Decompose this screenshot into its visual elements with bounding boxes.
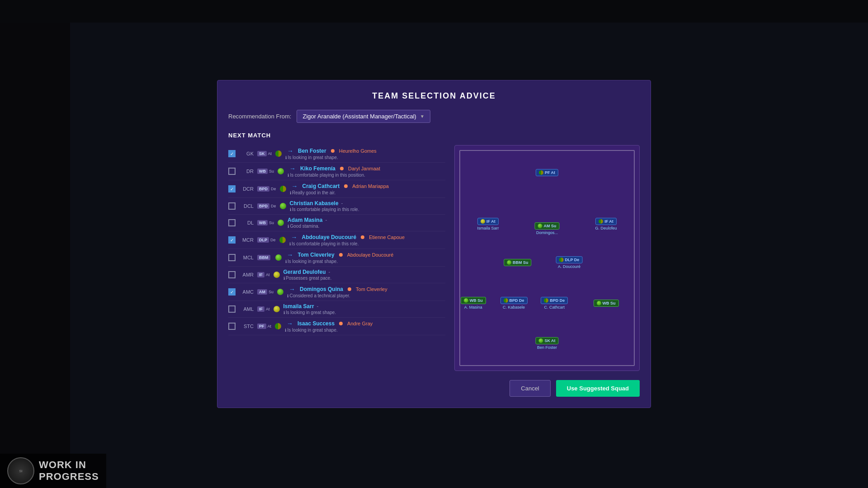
token-name-dlp-de: A. Doucouré (558, 264, 580, 269)
modal-title: TEAM SELECTION ADVICE (228, 91, 640, 101)
token-bbm-su[interactable]: BBM Su (504, 259, 532, 266)
player-info-mcl: →Tom CleverleyAbdoulaye DoucouréIs looki… (285, 251, 394, 264)
player-info-amr: Gerard Deulofeu-Possesses great pace. (283, 269, 332, 281)
player-main-name-amr[interactable]: Gerard Deulofeu (283, 269, 326, 275)
checkbox-dl[interactable] (228, 219, 236, 226)
token-dlp-de[interactable]: DLP DeA. Doucouré (556, 256, 583, 269)
player-row-mcr: MCRDLPDe→Abdoulaye DoucouréEtienne Capou… (228, 231, 445, 249)
checkbox-mcl[interactable] (228, 254, 236, 261)
recommendation-label: Recommendation From: (228, 113, 291, 120)
token-wb-left[interactable]: WB SuA. Masina (461, 297, 486, 310)
checkbox-stc[interactable] (228, 323, 236, 330)
token-name-if-right: G. Deulofeu (595, 226, 617, 230)
player-swap-name-amc[interactable]: Tom Cleverley (356, 286, 387, 292)
token-am-su[interactable]: AM SuDomingos... (535, 222, 560, 235)
checkbox-aml[interactable] (228, 305, 236, 313)
player-desc-amc: Considered a technical player. (287, 293, 387, 298)
swap-dot-dcr (344, 184, 348, 188)
token-role-bpd-right: BPD De (550, 298, 565, 303)
player-desc-dl: Good stamina. (288, 224, 327, 229)
token-name-bpd-left: C. Kabasele (503, 305, 525, 310)
token-dot-pf-at (539, 170, 543, 175)
position-label-aml: AML (239, 306, 254, 312)
token-role-wb-right: WB Su (603, 301, 616, 305)
token-bpd-left[interactable]: BPD DeC. Kabasele (500, 297, 528, 310)
token-if-left[interactable]: IF AtIsmaila Sarr (477, 218, 499, 230)
checkbox-dr[interactable] (228, 168, 236, 175)
player-main-name-gk[interactable]: Ben Foster (298, 148, 326, 154)
token-name-am-su: Domingos... (536, 230, 558, 235)
swap-dot-amc (348, 287, 351, 291)
player-swap-name-gk[interactable]: Heurelho Gomes (339, 148, 377, 154)
token-role-dlp-de: DLP De (565, 258, 580, 262)
role-badge-dcl: BPDDe (257, 203, 276, 209)
checkbox-dcl[interactable] (228, 202, 236, 210)
player-desc-dcr: Really good in the air. (290, 190, 389, 195)
role-badge-aml: IFAt (257, 306, 270, 312)
cancel-button[interactable]: Cancel (509, 380, 550, 397)
position-label-dcl: DCL (239, 203, 254, 209)
player-dot-aml (274, 306, 280, 312)
position-label-dl: DL (239, 220, 254, 225)
swap-dot-stc (339, 322, 343, 325)
checkbox-amr[interactable] (228, 271, 236, 278)
arrow-icon-mcr: → (291, 234, 297, 241)
content-area: GKSKAt→Ben FosterHeurelho GomesIs lookin… (228, 145, 640, 371)
role-badge-amr: IFAt (257, 272, 270, 277)
player-row-dcl: DCLBPDDeChristian Kabasele-Is comfortabl… (228, 198, 445, 215)
player-main-name-mcl[interactable]: Tom Cleverley (298, 252, 335, 258)
player-dot-amc (277, 289, 283, 295)
token-dot-if-left (481, 219, 485, 224)
checkbox-mcr[interactable] (228, 236, 236, 244)
tokens-container: PF AtIF AtIsmaila SarrAM SuDomingos...IF… (455, 145, 639, 371)
player-row-mcl: MCLBBM→Tom CleverleyAbdoulaye DoucouréIs… (228, 249, 445, 267)
player-main-name-mcr[interactable]: Abdoulaye Doucouré (302, 234, 357, 240)
player-main-name-aml[interactable]: Ismaila Sarr (283, 303, 314, 310)
swap-dot-dr (340, 167, 344, 170)
token-role-bbm-su: BBM Su (513, 260, 528, 265)
token-wb-right[interactable]: WB Su (594, 300, 619, 307)
token-if-right[interactable]: IF AtG. Deulofeu (595, 218, 617, 230)
player-list: GKSKAt→Ben FosterHeurelho GomesIs lookin… (228, 145, 445, 371)
pitch: PF AtIF AtIsmaila SarrAM SuDomingos...IF… (455, 145, 639, 371)
position-label-amr: AMR (239, 272, 254, 277)
token-bpd-right[interactable]: BPD DeC. Cathcart (541, 297, 568, 310)
player-swap-name-dcr[interactable]: Adrian Mariappa (352, 183, 389, 189)
position-label-mcl: MCL (239, 255, 254, 260)
chevron-down-icon: ▼ (420, 114, 425, 119)
role-badge-stc: PFAt (257, 324, 271, 329)
player-main-name-dr[interactable]: Kiko Femenía (300, 165, 335, 172)
player-main-name-dcr[interactable]: Craig Cathcart (302, 183, 340, 189)
player-main-name-amc[interactable]: Domingos Quina (300, 286, 343, 292)
player-dot-mcl (275, 254, 282, 261)
token-dot-if-right (599, 219, 603, 224)
player-swap-name-mcr[interactable]: Etienne Capoue (369, 235, 405, 240)
token-role-sk-at: SK At (544, 338, 555, 343)
player-main-name-dcl[interactable]: Christian Kabasele (290, 200, 339, 206)
player-main-name-dl[interactable]: Adam Masina (288, 217, 322, 223)
player-desc-gk: Is looking in great shape. (285, 155, 377, 160)
token-dot-bpd-left (504, 298, 508, 303)
use-suggested-squad-button[interactable]: Use Suggested Squad (556, 380, 640, 397)
player-info-amc: →Domingos QuinaTom CleverleyConsidered a… (287, 286, 387, 298)
player-swap-name-dr[interactable]: Daryl Janmaat (348, 166, 380, 171)
checkbox-amc[interactable] (228, 288, 236, 296)
token-role-bpd-left: BPD De (509, 298, 524, 303)
checkbox-dcr[interactable] (228, 185, 236, 192)
position-label-stc: STC (239, 324, 254, 329)
player-dot-dr (278, 168, 284, 174)
token-sk-at[interactable]: SK AtBen Foster (535, 337, 558, 350)
recommendation-dropdown[interactable]: Zigor Aranalde (Assistant Manager/Tactic… (297, 110, 430, 123)
player-main-name-stc[interactable]: Isaac Success (297, 320, 335, 327)
player-desc-mcl: Is looking in great shape. (285, 259, 394, 264)
token-pf-at[interactable]: PF At (536, 169, 558, 176)
player-desc-amr: Possesses great pace. (283, 276, 332, 281)
token-dot-bpd-right (544, 298, 548, 303)
position-label-dr: DR (239, 169, 254, 174)
player-swap-name-stc[interactable]: Andre Gray (347, 321, 373, 326)
token-role-wb-left: WB Su (470, 298, 483, 303)
checkbox-gk[interactable] (228, 150, 236, 157)
player-swap-name-mcl[interactable]: Abdoulaye Doucouré (347, 252, 394, 258)
player-dot-dcr (280, 186, 286, 192)
player-row-dcr: DCRBPDDe→Craig CathcartAdrian MariappaRe… (228, 180, 445, 198)
